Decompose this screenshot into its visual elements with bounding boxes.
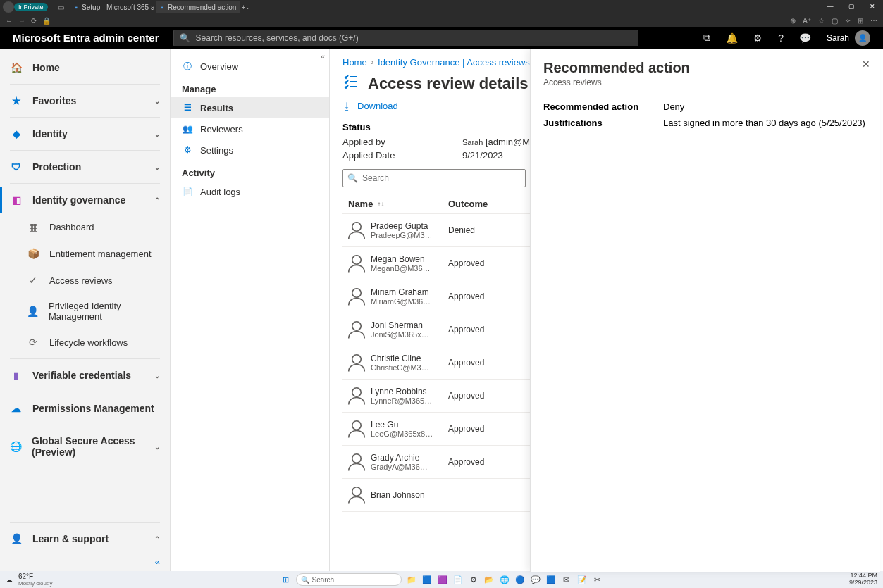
nav-verifiable[interactable]: ▮ Verifiable credentials ⌄	[0, 362, 170, 389]
clock[interactable]: 12:44 PM 9/29/2023	[849, 573, 877, 587]
nav-protection[interactable]: 🛡 Protection ⌄	[0, 154, 170, 180]
nav-dashboard[interactable]: ▦ Dashboard	[0, 213, 170, 240]
taskbar-app-icon[interactable]: ⚙	[468, 574, 479, 585]
tab-actions-icon[interactable]: ▭	[58, 4, 64, 11]
tab-setup[interactable]: ▪ Setup - Microsoft 365 admin cen ✕	[70, 1, 154, 13]
taskbar-app-icon[interactable]: 📂	[483, 574, 495, 585]
row-email: JoniS@M365x…	[371, 330, 448, 339]
taskbar-app-icon[interactable]: 🟦	[545, 574, 557, 585]
results-search[interactable]: 🔍	[342, 169, 526, 187]
zoom-icon[interactable]: ⊕	[790, 17, 796, 25]
taskbar-app-icon[interactable]: 📄	[452, 574, 464, 585]
bc-idgov[interactable]: Identity Governance | Access reviews	[378, 57, 530, 68]
system-tray: 12:44 PM 9/29/2023	[849, 573, 877, 587]
subnav-results[interactable]: ☰ Results	[171, 97, 329, 118]
close-window-button[interactable]: ✕	[862, 0, 883, 13]
search-icon: 🔍	[180, 33, 190, 43]
help-icon[interactable]: ?	[778, 32, 784, 44]
subnav-overview[interactable]: ⓘ Overview	[171, 56, 329, 77]
taskbar-search[interactable]: 🔍 Search	[296, 573, 402, 586]
subnav-settings[interactable]: ⚙ Settings	[171, 139, 329, 161]
results-icon: ☰	[182, 102, 193, 113]
maximize-button[interactable]: ▢	[841, 0, 862, 13]
taskbar-app-icon[interactable]: 🟦	[421, 574, 433, 585]
taskbar-app-icon[interactable]: 💬	[530, 574, 541, 585]
close-flyout-button[interactable]: ✕	[862, 58, 870, 70]
nav-gsa[interactable]: 🌐 Global Secure Access (Preview) ⌄	[0, 428, 170, 465]
dashboard-icon: ▦	[27, 220, 39, 233]
user-menu[interactable]: Sarah 👤	[827, 30, 870, 46]
taskbar-app-icon[interactable]: 📝	[576, 574, 588, 585]
row-outcome: Approved	[448, 325, 533, 334]
protection-icon: 🛡	[10, 161, 23, 173]
settings-icon[interactable]: ⚙	[753, 32, 762, 44]
subnav-reviewers[interactable]: 👥 Reviewers	[171, 118, 329, 139]
nav-entitlement[interactable]: 📦 Entitlement management	[0, 240, 170, 267]
col-outcome-header[interactable]: Outcome	[448, 199, 533, 209]
toolbar-icon[interactable]: ▢	[832, 17, 838, 25]
nav-label: Privileged Identity Management	[49, 301, 160, 322]
taskbar-app-icon[interactable]: 🌐	[499, 574, 510, 585]
nav-lifecycle[interactable]: ⟳ Lifecycle workflows	[0, 329, 170, 356]
chevron-down-icon[interactable]: ⌄	[245, 4, 250, 11]
download-button[interactable]: ⭳ Download	[342, 101, 398, 111]
collapse-subnav-button[interactable]: «	[321, 53, 325, 61]
nav-access-reviews[interactable]: ✓ Access reviews	[0, 267, 170, 294]
row-name: Joni Sherman	[371, 320, 448, 330]
subnav-audit[interactable]: 📄 Audit logs	[171, 181, 329, 202]
forward-button[interactable]: →	[18, 17, 25, 25]
nav-pim[interactable]: 👤 Privileged Identity Management	[0, 294, 170, 329]
row-outcome: Approved	[448, 358, 533, 368]
row-email: GradyA@M36…	[371, 463, 448, 471]
nav-permissions[interactable]: ☁ Permissions Management	[0, 395, 170, 422]
nav-identity[interactable]: ◆ Identity ⌄	[0, 120, 170, 147]
refresh-button[interactable]: ⟳	[31, 17, 37, 25]
back-button[interactable]: ←	[6, 17, 13, 25]
taskbar-app-icon[interactable]: 📁	[406, 574, 417, 585]
start-button[interactable]: ⊞	[280, 574, 292, 585]
weather-widget[interactable]: ☁ 62°F Mostly cloudy	[6, 573, 52, 587]
favorite-icon[interactable]: ☆	[818, 17, 825, 25]
taskbar-app-icon[interactable]: 🟪	[437, 574, 448, 585]
page-title-main: Access review details	[368, 75, 528, 92]
read-aloud-icon[interactable]: A⁺	[803, 17, 811, 25]
clock-date: 9/29/2023	[849, 580, 877, 587]
reviewers-icon: 👥	[182, 123, 193, 135]
taskbar-app-icon[interactable]: ✉	[561, 574, 572, 585]
left-nav: 🏠 Home ★ Favorites ⌄ ◆ Identity ⌄ 🛡 Prot…	[0, 49, 171, 571]
tab-recommended-action[interactable]: ▪ Recommended action - Micros ✕	[156, 1, 240, 13]
extensions-icon[interactable]: ⊞	[858, 17, 863, 25]
nav-home[interactable]: 🏠 Home	[0, 54, 170, 81]
more-icon[interactable]: ⋯	[870, 17, 877, 25]
cloud-shell-icon[interactable]: ⧉	[703, 32, 710, 44]
sort-icon: ↑↓	[377, 200, 384, 208]
nav-identity-governance[interactable]: ◧ Identity governance ⌃	[0, 187, 170, 213]
identity-icon: ◆	[10, 127, 23, 140]
collections-icon[interactable]: ✧	[845, 17, 851, 25]
rec-action-label: Recommended action	[543, 101, 663, 112]
results-search-input[interactable]	[362, 173, 521, 183]
nav-learn[interactable]: 👤 Learn & support ⌃	[0, 525, 170, 552]
nav-favorites[interactable]: ★ Favorites ⌄	[0, 87, 170, 114]
credentials-icon: ▮	[10, 369, 23, 382]
bc-home[interactable]: Home	[342, 57, 367, 68]
minimize-button[interactable]: —	[820, 0, 841, 13]
notifications-icon[interactable]: 🔔	[726, 32, 738, 44]
col-name-header[interactable]: Name ↑↓	[342, 199, 448, 209]
collapse-nav-button[interactable]: «	[0, 552, 170, 571]
row-email: MeganB@M36…	[371, 264, 448, 273]
global-search[interactable]: 🔍 Search resources, services, and docs (…	[173, 30, 638, 46]
applied-date-label: Applied Date	[342, 150, 462, 161]
inprivate-badge[interactable]: InPrivate	[14, 3, 48, 11]
nav-label: Identity governance	[32, 194, 125, 206]
site-info-icon[interactable]: 🔒	[42, 17, 51, 25]
address-bar: ← → ⟳ 🔒 ⊕ A⁺ ☆ ▢ ✧ ⊞ ⋯	[0, 14, 883, 27]
row-name-cell: Brian Johnson	[371, 490, 448, 500]
nav-label: Protection	[32, 161, 81, 173]
profile-avatar-icon[interactable]	[3, 1, 14, 13]
taskbar-app-icon[interactable]: ✂	[592, 574, 603, 585]
svg-point-5	[352, 388, 362, 397]
taskbar-app-icon[interactable]: 🔵	[514, 574, 526, 585]
feedback-icon[interactable]: 💬	[799, 32, 811, 44]
taskbar-center: ⊞ 🔍 Search 📁 🟦 🟪 📄 ⚙ 📂 🌐 🔵 💬 🟦 ✉ 📝 ✂	[280, 573, 603, 586]
